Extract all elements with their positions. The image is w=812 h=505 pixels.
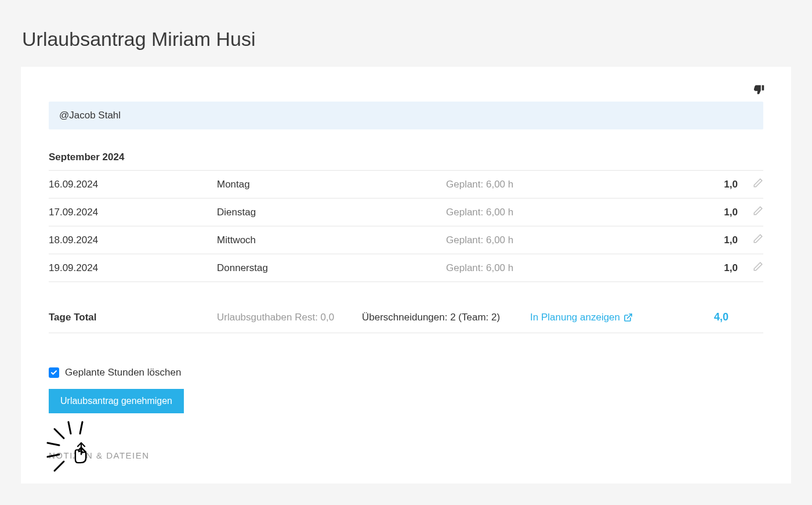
table-row: 16.09.2024 Montag Geplant: 6,00 h 1,0 — [49, 171, 763, 199]
delete-planned-hours-row: Geplante Stunden löschen — [49, 367, 763, 378]
remaining-balance: Urlaubsguthaben Rest: 0,0 — [217, 312, 362, 323]
checkbox-label: Geplante Stunden löschen — [65, 367, 181, 378]
day-weekday: Montag — [217, 179, 446, 190]
day-planned: Geplant: 6,00 h — [446, 262, 697, 274]
external-link-icon — [624, 313, 633, 322]
day-date: 19.09.2024 — [49, 262, 217, 274]
totals-label: Tage Total — [49, 312, 217, 323]
day-value: 1,0 — [697, 262, 738, 274]
day-planned: Geplant: 6,00 h — [446, 235, 697, 246]
notes-files-header: NOTIZEN & DATEIEN — [49, 450, 763, 460]
overlaps: Überschneidungen: 2 (Team: 2) — [362, 312, 530, 323]
link-label: In Planung anzeigen — [530, 312, 620, 323]
pencil-icon — [753, 233, 763, 244]
total-days: 4,0 — [646, 311, 763, 323]
delete-planned-hours-checkbox[interactable] — [49, 367, 59, 378]
day-planned: Geplant: 6,00 h — [446, 207, 697, 218]
pencil-icon — [753, 178, 763, 188]
edit-button[interactable] — [753, 261, 763, 272]
request-card: @Jacob Stahl September 2024 16.09.2024 M… — [21, 67, 791, 484]
approve-button[interactable]: Urlaubsantrag genehmigen — [49, 389, 184, 413]
table-row: 19.09.2024 Donnerstag Geplant: 6,00 h 1,… — [49, 254, 763, 282]
table-row: 18.09.2024 Mittwoch Geplant: 6,00 h 1,0 — [49, 226, 763, 254]
table-row: 17.09.2024 Dienstag Geplant: 6,00 h 1,0 — [49, 199, 763, 226]
day-date: 18.09.2024 — [49, 235, 217, 246]
month-header: September 2024 — [49, 147, 763, 171]
reject-button[interactable] — [753, 83, 766, 98]
day-weekday: Dienstag — [217, 207, 446, 218]
day-weekday: Donnerstag — [217, 262, 446, 274]
day-weekday: Mittwoch — [217, 235, 446, 246]
check-icon — [50, 369, 57, 376]
day-value: 1,0 — [697, 179, 738, 190]
day-planned: Geplant: 6,00 h — [446, 179, 697, 190]
day-date: 17.09.2024 — [49, 207, 217, 218]
pencil-icon — [753, 205, 763, 216]
day-value: 1,0 — [697, 207, 738, 218]
page-title: Urlaubsantrag Miriam Husi — [0, 0, 812, 67]
totals-row: Tage Total Urlaubsguthaben Rest: 0,0 Übe… — [49, 282, 763, 333]
day-value: 1,0 — [697, 235, 738, 246]
pencil-icon — [753, 261, 763, 272]
mention-banner[interactable]: @Jacob Stahl — [49, 102, 763, 129]
edit-button[interactable] — [753, 233, 763, 244]
edit-button[interactable] — [753, 205, 763, 216]
show-in-planning-link[interactable]: In Planung anzeigen — [530, 312, 633, 323]
day-date: 16.09.2024 — [49, 179, 217, 190]
edit-button[interactable] — [753, 178, 763, 188]
svg-line-0 — [628, 314, 632, 318]
thumbs-down-icon — [753, 83, 766, 96]
